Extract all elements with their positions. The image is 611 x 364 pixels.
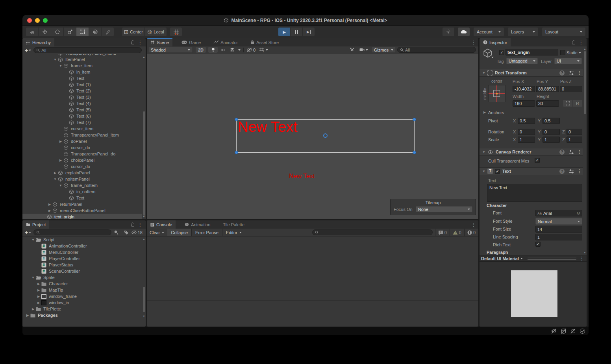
tab-project[interactable]: Project [22,220,49,229]
pos-z-field[interactable]: 0 [560,86,582,92]
play-button[interactable]: ▶ [278,28,290,36]
search-by-type-button[interactable] [111,230,122,235]
font-style-dropdown[interactable]: Normal [535,218,582,225]
tab-animator[interactable]: Animator [210,38,241,46]
tree-row[interactable]: ▶window_frame [22,293,142,299]
rotation-y-field[interactable]: 0 [542,129,560,135]
tree-row[interactable]: ▶Packages [22,312,142,318]
foldout-arrow-icon[interactable]: ▶ [36,295,41,298]
tree-row[interactable]: cursor_do [22,144,142,151]
tree-row[interactable]: Text [22,75,142,81]
tree-row[interactable]: TransparencyPanel_item [22,132,142,138]
scrollbar-thumb[interactable] [143,111,145,216]
tab-tile-palette[interactable]: Tile Palette [219,220,248,229]
tree-row[interactable]: Text (5) [22,107,142,113]
tree-row[interactable]: ▶menuCloseButtonPanel [22,207,142,214]
foldout-arrow-icon[interactable]: ▼ [481,170,487,173]
pos-y-field[interactable]: 88.88501 [536,86,559,92]
tree-row[interactable]: ▶TilePlette [22,306,142,312]
scale-tool-button[interactable] [64,28,76,36]
tab-asset-store[interactable]: Asset Store [247,38,282,46]
move-tool-button[interactable] [39,28,51,36]
clear-button[interactable]: Clear [147,229,167,236]
lock-icon[interactable] [131,222,135,227]
foldout-arrow-icon[interactable]: ▶ [25,314,30,317]
tree-row[interactable]: ▶explainPanel [22,170,142,176]
rotation-x-field[interactable]: 0 [518,129,535,135]
tree-row[interactable]: #PlayerStatus [22,262,142,268]
foldout-arrow-icon[interactable]: ▼ [52,177,58,181]
kebab-menu-icon[interactable]: ⋮ [577,149,582,155]
tree-row[interactable]: ▼noItemPanel [22,176,142,182]
font-size-field[interactable]: 14 [535,226,582,233]
scroll-up-icon[interactable]: ▲ [583,48,587,50]
scale-x-field[interactable]: 1 [518,137,535,143]
scene-grid-settings[interactable]: Y [257,47,270,52]
component-enabled-checkbox[interactable]: ✓ [495,169,500,174]
scroll-down-icon[interactable]: ▼ [583,251,587,254]
tree-row[interactable]: Text [22,195,142,201]
anchor-preset-widget[interactable] [488,85,505,102]
pos-x-field[interactable]: -10.4032 [513,86,535,92]
create-object-button[interactable]: + [22,47,33,54]
rect-handle-bottom-right[interactable] [413,151,416,154]
debugger-disabled-icon[interactable] [551,328,557,334]
cull-transparent-mesh-checkbox[interactable]: ✓ [535,158,540,163]
layer-dropdown[interactable]: UI [554,58,582,64]
scene-tools-button[interactable] [347,47,357,52]
kebab-menu-icon[interactable]: ⋮ [138,40,143,45]
custom-tool-button[interactable] [102,28,114,36]
search-by-label-button[interactable] [122,230,131,235]
pivot-x-field[interactable]: 0.5 [518,118,535,124]
hierarchy-scrollbar[interactable]: ▲ ▼ [142,54,146,219]
foldout-arrow-icon[interactable]: ▶ [36,282,41,286]
foldout-arrow-icon[interactable]: ▼ [481,150,487,154]
tree-row[interactable]: #SceneController [22,268,142,274]
chevron-down-icon[interactable] [238,49,241,51]
scene-camera-settings[interactable] [357,48,370,52]
layout-dropdown[interactable]: Layout [542,28,585,36]
raw-edit-mode-button[interactable]: R [573,100,582,107]
text-value-textarea[interactable]: New Text [487,184,582,202]
error-messages-toggle[interactable]: 0 [465,230,478,235]
rect-transform-header[interactable]: ▼ Rect Transform ? ⋮ [480,69,587,77]
tree-row[interactable]: ▼frame_item [22,63,142,69]
console-split-divider[interactable] [147,300,478,301]
tree-row[interactable]: ▶window_in [22,299,142,306]
editor-dropdown[interactable]: Editor [222,229,245,236]
scene-selected-text[interactable]: New Text [238,119,298,135]
scale-y-field[interactable]: 1 [542,137,560,143]
rect-handle-top-left[interactable] [235,118,238,121]
tree-row[interactable]: Text (7) [22,119,142,126]
cloud-services-button[interactable] [458,28,470,36]
scrollbar-thumb[interactable] [143,287,145,312]
width-field[interactable]: 160 [513,100,535,107]
foldout-arrow-icon[interactable]: ▶ [58,140,63,143]
tree-row[interactable]: ▶doPanel [22,138,142,144]
step-button[interactable]: ▶ [303,28,315,36]
scene-visibility-toggle[interactable]: 0 [245,48,257,52]
anchors-foldout-icon[interactable]: ▶ [482,111,487,114]
rect-handle-top-right[interactable] [413,118,416,121]
rotation-z-field[interactable]: 0 [567,129,582,135]
focus-on-dropdown[interactable]: None [416,206,472,212]
tree-row[interactable]: cursor_item [22,126,142,132]
blueprint-mode-button[interactable] [563,100,572,107]
scene-audio-button[interactable] [218,48,228,52]
tree-row[interactable]: in_noItem [22,188,142,195]
kebab-menu-icon[interactable]: ⋮ [138,222,143,227]
font-object-field[interactable]: Aa Arial ⊙ [535,210,582,216]
inspector-scrollbar[interactable]: ▲ ▼ [583,46,587,255]
tree-row[interactable]: Text (3) [22,94,142,100]
active-checkbox[interactable]: ✓ [499,50,504,55]
tree-row[interactable]: ▼Script [22,237,142,243]
scroll-up-icon[interactable]: ▲ [142,238,146,240]
lock-icon[interactable] [131,40,135,44]
foldout-arrow-icon[interactable]: ▶ [47,209,52,212]
chevron-down-icon[interactable] [491,57,494,58]
foldout-arrow-icon[interactable]: ▼ [30,238,36,242]
presets-icon[interactable] [569,169,574,174]
tree-row[interactable]: ▶MapTip [22,287,142,293]
transform-tool-button[interactable] [89,28,101,36]
preview-packages-button[interactable] [443,28,454,36]
